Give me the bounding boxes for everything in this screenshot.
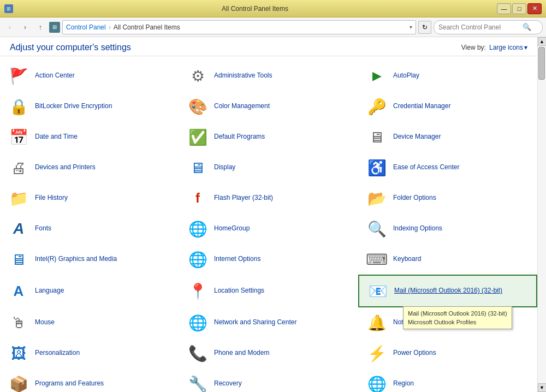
search-icon[interactable]: 🔍	[523, 23, 531, 31]
action-center-icon: 🚩	[8, 65, 29, 87]
item-credential-manager[interactable]: 🔑 Credential Manager	[358, 91, 537, 122]
tooltip-item-2[interactable]: Microsoft Outlook Profiles	[408, 318, 507, 326]
internet-options-label[interactable]: Internet Options	[214, 255, 260, 264]
window-controls: — □ ✕	[497, 3, 542, 14]
item-power-options[interactable]: ⚡ Power Options	[358, 338, 537, 369]
item-location-settings[interactable]: 📍 Location Settings	[179, 275, 358, 307]
back-button[interactable]: ‹	[3, 21, 16, 34]
item-region[interactable]: 🌐 Region	[358, 369, 537, 392]
personalization-icon: 🖼	[8, 342, 29, 364]
item-phone-modem[interactable]: 📞 Phone and Modem	[179, 338, 358, 369]
location-settings-icon: 📍	[187, 280, 209, 302]
item-administrative-tools[interactable]: ⚙ Administrative Tools	[179, 61, 358, 91]
view-by-dropdown[interactable]: Large icons ▾	[489, 44, 527, 51]
recovery-icon: 🔧	[187, 373, 209, 392]
color-management-label[interactable]: Color Management	[214, 102, 270, 111]
item-indexing-options[interactable]: 🔍 Indexing Options	[358, 213, 537, 244]
item-recovery[interactable]: 🔧 Recovery	[179, 369, 358, 392]
item-mail[interactable]: 📧 Mail (Microsoft Outlook 2016) (32-bit)…	[358, 275, 537, 307]
item-folder-options[interactable]: 📂 Folder Options	[358, 183, 537, 213]
recovery-label[interactable]: Recovery	[214, 379, 242, 388]
item-devices-printers[interactable]: 🖨 Devices and Printers	[0, 152, 179, 183]
item-color-management[interactable]: 🎨 Color Management	[179, 91, 358, 122]
address-path: Control Panel › All Control Panel Items	[66, 23, 180, 31]
device-manager-label[interactable]: Device Manager	[393, 133, 441, 141]
display-label[interactable]: Display	[214, 163, 235, 172]
indexing-options-label[interactable]: Indexing Options	[393, 224, 442, 233]
title-bar: ⊞ All Control Panel Items — □ ✕	[0, 0, 546, 17]
keyboard-label[interactable]: Keyboard	[393, 255, 421, 264]
scroll-thumb[interactable]	[538, 47, 545, 80]
network-sharing-label[interactable]: Network and Sharing Center	[214, 318, 296, 327]
item-homegroup[interactable]: 🌐 HomeGroup	[179, 213, 358, 244]
item-autoplay[interactable]: ▶ AutoPlay	[358, 61, 537, 91]
up-button[interactable]: ↑	[34, 21, 47, 34]
item-intel-graphics[interactable]: 🖥 Intel(R) Graphics and Media	[0, 244, 179, 275]
item-flash-player[interactable]: f Flash Player (32-bit)	[179, 183, 358, 213]
ease-of-access-icon: ♿	[366, 157, 388, 179]
ease-of-access-label[interactable]: Ease of Access Center	[393, 163, 459, 172]
item-keyboard[interactable]: ⌨ Keyboard	[358, 244, 537, 275]
action-center-label[interactable]: Action Center	[35, 72, 75, 80]
date-time-label[interactable]: Date and Time	[35, 133, 78, 141]
item-language[interactable]: A Language	[0, 275, 179, 307]
items-grid: 🚩 Action Center ⚙ Administrative Tools ▶…	[0, 56, 537, 392]
default-programs-label[interactable]: Default Programs	[214, 133, 265, 141]
item-network-sharing[interactable]: 🌐 Network and Sharing Center	[179, 307, 358, 338]
path-control-panel[interactable]: Control Panel	[66, 23, 106, 31]
homegroup-label[interactable]: HomeGroup	[214, 224, 250, 233]
network-sharing-icon: 🌐	[187, 312, 209, 334]
view-by-label: View by:	[461, 44, 486, 51]
devices-printers-label[interactable]: Devices and Printers	[35, 163, 96, 172]
personalization-label[interactable]: Personalization	[35, 349, 80, 358]
item-programs-features[interactable]: 📦 Programs and Features	[0, 369, 179, 392]
item-fonts[interactable]: A Fonts	[0, 213, 179, 244]
mouse-label[interactable]: Mouse	[35, 318, 55, 327]
item-action-center[interactable]: 🚩 Action Center	[0, 61, 179, 91]
power-options-label[interactable]: Power Options	[393, 349, 436, 358]
address-bar: ‹ › ↑ ⊞ Control Panel › All Control Pane…	[0, 17, 546, 37]
device-manager-icon: 🖥	[366, 126, 388, 148]
address-box[interactable]: Control Panel › All Control Panel Items …	[62, 20, 416, 34]
address-dropdown[interactable]: ▾	[410, 24, 412, 30]
scroll-down-arrow[interactable]: ▼	[538, 383, 547, 392]
item-default-programs[interactable]: ✅ Default Programs	[179, 122, 358, 152]
file-history-label[interactable]: File History	[35, 194, 68, 203]
item-date-time[interactable]: 📅 Date and Time	[0, 122, 179, 152]
folder-options-label[interactable]: Folder Options	[393, 194, 436, 203]
region-label[interactable]: Region	[393, 379, 414, 388]
phone-modem-label[interactable]: Phone and Modem	[214, 349, 269, 358]
location-settings-label[interactable]: Location Settings	[214, 287, 264, 295]
credential-manager-label[interactable]: Credential Manager	[393, 102, 450, 111]
scroll-up-arrow[interactable]: ▲	[538, 37, 547, 46]
item-mouse[interactable]: 🖱 Mouse	[0, 307, 179, 338]
mouse-icon: 🖱	[8, 312, 29, 334]
item-internet-options[interactable]: 🌐 Internet Options	[179, 244, 358, 275]
vertical-scrollbar[interactable]: ▲ ▼	[537, 37, 546, 392]
region-icon: 🌐	[366, 373, 388, 392]
flash-player-label[interactable]: Flash Player (32-bit)	[214, 194, 273, 203]
item-bitlocker[interactable]: 🔒 BitLocker Drive Encryption	[0, 91, 179, 122]
close-button[interactable]: ✕	[527, 3, 542, 14]
forward-button[interactable]: ›	[19, 21, 32, 34]
language-label[interactable]: Language	[35, 287, 64, 295]
item-display[interactable]: 🖥 Display	[179, 152, 358, 183]
programs-features-label[interactable]: Programs and Features	[35, 379, 104, 388]
mail-label[interactable]: Mail (Microsoft Outlook 2016) (32-bit)	[394, 287, 502, 295]
tooltip-item-1[interactable]: Mail (Microsoft Outlook 2016) (32-bit)	[408, 309, 507, 318]
fonts-label[interactable]: Fonts	[35, 224, 51, 233]
minimize-button[interactable]: —	[497, 3, 511, 14]
scroll-track[interactable]	[538, 46, 546, 383]
file-history-icon: 📁	[8, 187, 29, 209]
item-ease-of-access[interactable]: ♿ Ease of Access Center	[358, 152, 537, 183]
maximize-button[interactable]: □	[512, 3, 526, 14]
refresh-button[interactable]: ↻	[418, 21, 431, 34]
intel-graphics-label[interactable]: Intel(R) Graphics and Media	[35, 255, 117, 264]
administrative-tools-label[interactable]: Administrative Tools	[214, 72, 272, 80]
bitlocker-label[interactable]: BitLocker Drive Encryption	[35, 102, 112, 111]
search-input[interactable]	[438, 23, 520, 31]
item-personalization[interactable]: 🖼 Personalization	[0, 338, 179, 369]
item-device-manager[interactable]: 🖥 Device Manager	[358, 122, 537, 152]
item-file-history[interactable]: 📁 File History	[0, 183, 179, 213]
autoplay-label[interactable]: AutoPlay	[393, 72, 419, 80]
